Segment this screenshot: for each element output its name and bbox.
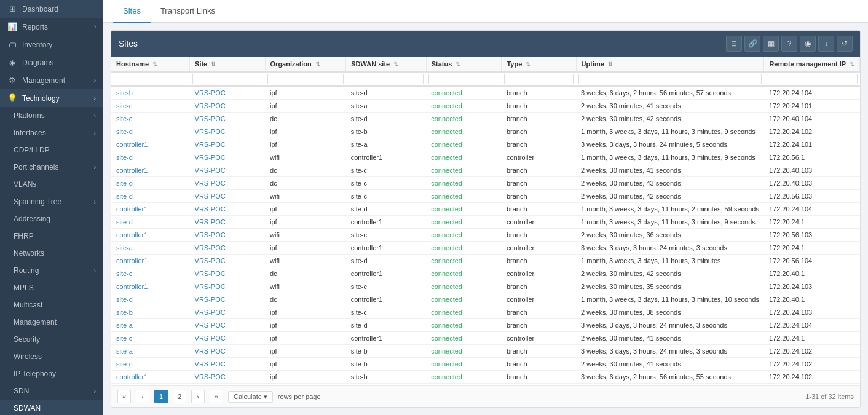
site-link[interactable]: VRS-POC [195, 102, 226, 109]
page-2-btn[interactable]: 2 [173, 390, 186, 403]
filter-site[interactable] [192, 74, 263, 84]
col-remote-mgmt-ip[interactable]: Remote management IP ⇅ [764, 57, 860, 72]
sidebar-item-reports[interactable]: 📊Reports› [0, 18, 103, 36]
refresh-toolbar-btn[interactable]: ↺ [837, 36, 853, 52]
site-link[interactable]: VRS-POC [195, 334, 226, 342]
site-link[interactable]: VRS-POC [195, 309, 226, 316]
sidebar-item-security[interactable]: Security [0, 331, 103, 348]
sidebar-item-diagrams[interactable]: ◈Diagrams [0, 53, 103, 71]
hostname-link[interactable]: controller1 [116, 141, 148, 148]
filter-type[interactable] [504, 74, 574, 84]
sidebar-item-interfaces[interactable]: Interfaces› [0, 124, 103, 141]
sidebar-item-networks[interactable]: Networks [0, 245, 103, 262]
filter-toolbar-btn[interactable]: ⊟ [726, 36, 742, 52]
site-link[interactable]: VRS-POC [195, 322, 226, 329]
sidebar-item-addressing[interactable]: Addressing [0, 210, 103, 227]
hostname-link[interactable]: site-d [116, 180, 133, 187]
site-link[interactable]: VRS-POC [195, 167, 226, 174]
tab-transport-links[interactable]: Transport Links [151, 0, 225, 23]
site-link[interactable]: VRS-POC [195, 373, 226, 381]
sidebar-item-sdn[interactable]: SDN› [0, 382, 103, 400]
site-link[interactable]: VRS-POC [195, 360, 226, 368]
hostname-link[interactable]: controller1 [116, 373, 148, 381]
site-link[interactable]: VRS-POC [195, 192, 226, 200]
hostname-link[interactable]: controller1 [116, 205, 148, 213]
sidebar-item-mpls[interactable]: MPLS [0, 279, 103, 296]
col-sdwan-site[interactable]: SDWAN site ⇅ [346, 57, 426, 72]
hostname-link[interactable]: controller1 [116, 231, 148, 239]
col-status[interactable]: Status ⇅ [426, 57, 502, 72]
page-last-btn[interactable]: » [210, 390, 223, 403]
sidebar-item-management[interactable]: ⚙Management› [0, 71, 103, 89]
help-toolbar-btn[interactable]: ? [781, 36, 797, 52]
filter-organization[interactable] [267, 74, 344, 84]
sidebar-item-spanning_tree[interactable]: Spanning Tree› [0, 193, 103, 210]
eye-toolbar-btn[interactable]: ◉ [800, 36, 816, 52]
site-link[interactable]: VRS-POC [195, 205, 226, 213]
tab-sites[interactable]: Sites [113, 0, 151, 23]
hostname-link[interactable]: controller1 [116, 257, 148, 264]
sidebar-item-fhrp[interactable]: FHRP [0, 227, 103, 245]
site-link[interactable]: VRS-POC [195, 244, 226, 251]
page-next-btn[interactable]: › [191, 390, 205, 403]
site-link[interactable]: VRS-POC [195, 89, 226, 97]
site-link[interactable]: VRS-POC [195, 283, 226, 290]
sidebar-item-port_channels[interactable]: Port channels› [0, 159, 103, 176]
page-first-btn[interactable]: « [117, 390, 131, 403]
col-organization[interactable]: Organization ⇅ [265, 57, 346, 72]
hostname-link[interactable]: site-d [116, 128, 133, 135]
sidebar-item-routing[interactable]: Routing› [0, 262, 103, 279]
site-link[interactable]: VRS-POC [195, 347, 226, 355]
col-uptime[interactable]: Uptime ⇅ [576, 57, 764, 72]
hostname-link[interactable]: site-d [116, 192, 133, 200]
link-toolbar-btn[interactable]: 🔗 [744, 36, 760, 52]
hostname-link[interactable]: site-c [116, 360, 132, 368]
site-link[interactable]: VRS-POC [195, 128, 226, 135]
site-link[interactable]: VRS-POC [195, 141, 226, 148]
site-link[interactable]: VRS-POC [195, 180, 226, 187]
hostname-link[interactable]: site-c [116, 115, 132, 122]
site-link[interactable]: VRS-POC [195, 231, 226, 239]
filter-uptime[interactable] [578, 74, 762, 84]
sidebar-item-dashboard[interactable]: ⊞Dashboard [0, 0, 103, 18]
filter-sdwan-site[interactable] [349, 74, 424, 84]
filter-hostname[interactable] [114, 74, 187, 84]
hostname-link[interactable]: controller1 [116, 167, 148, 174]
hostname-link[interactable]: controller1 [116, 283, 148, 290]
hostname-link[interactable]: site-a [116, 322, 133, 329]
hostname-link[interactable]: site-c [116, 102, 132, 109]
sidebar-item-ip_telephony[interactable]: IP Telephony [0, 365, 103, 382]
hostname-link[interactable]: site-a [116, 347, 133, 355]
hostname-link[interactable]: site-d [116, 296, 133, 303]
sidebar-item-wireless[interactable]: Wireless [0, 348, 103, 365]
col-hostname[interactable]: Hostname ⇅ [111, 57, 190, 72]
sidebar-item-technology[interactable]: 💡Technology› [0, 89, 103, 107]
site-link[interactable]: VRS-POC [195, 115, 226, 122]
site-link[interactable]: VRS-POC [195, 296, 226, 303]
site-link[interactable]: VRS-POC [195, 270, 226, 277]
sidebar-item-vlans[interactable]: VLANs [0, 176, 103, 193]
calculate-button[interactable]: Calculate ▾ [228, 391, 273, 403]
page-prev-btn[interactable]: ‹ [136, 390, 149, 403]
download-toolbar-btn[interactable]: ↓ [818, 36, 834, 52]
sidebar-item-cdp_lldp[interactable]: CDP/LLDP [0, 141, 103, 159]
chart-toolbar-btn[interactable]: ▦ [763, 36, 779, 52]
hostname-link[interactable]: site-d [116, 154, 133, 161]
hostname-link[interactable]: site-c [116, 270, 132, 277]
filter-remote-mgmt-ip[interactable] [767, 74, 858, 84]
sidebar-item-inventory[interactable]: 🗃Inventory [0, 36, 103, 53]
site-link[interactable]: VRS-POC [195, 154, 226, 161]
sidebar-item-management2[interactable]: Management [0, 314, 103, 331]
hostname-link[interactable]: site-c [116, 334, 132, 342]
col-site[interactable]: Site ⇅ [190, 57, 266, 72]
sidebar-item-platforms[interactable]: Platforms› [0, 107, 103, 124]
sidebar-item-sdwan[interactable]: SDWAN [0, 400, 103, 415]
site-link[interactable]: VRS-POC [195, 257, 226, 264]
sidebar-item-multicast[interactable]: Multicast [0, 296, 103, 314]
filter-status[interactable] [428, 74, 499, 84]
site-link[interactable]: VRS-POC [195, 218, 226, 226]
hostname-link[interactable]: site-a [116, 244, 133, 251]
hostname-link[interactable]: site-d [116, 218, 133, 226]
hostname-link[interactable]: site-b [116, 309, 133, 316]
hostname-link[interactable]: site-b [116, 89, 133, 97]
